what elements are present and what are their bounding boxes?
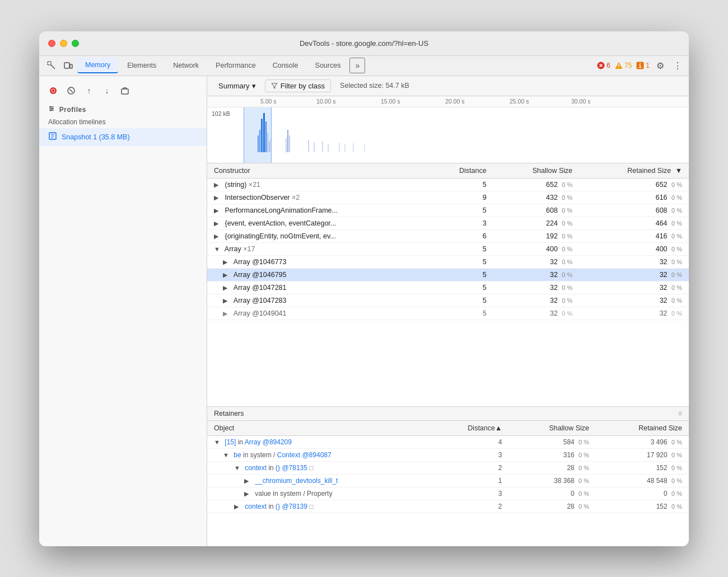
title-bar: DevTools - store.google.com/?hl=en-US [39,31,689,56]
timeline-labels: 5.00 s 10.00 s 15.00 s 20.00 s 25.00 s 3… [207,96,689,107]
svg-rect-45 [328,144,329,152]
settings-icon[interactable]: ⚙ [654,58,666,73]
expand-icon[interactable]: ▶ [214,194,221,201]
snapshot-label: Snapshot 1 (35.8 MB) [62,133,130,141]
top-table-section[interactable]: Constructor Distance Shallow Size Retain… [207,163,689,406]
device-toggle-icon[interactable] [60,58,76,73]
col-retained-ret[interactable]: Retained Size [596,421,689,436]
expand-icon[interactable]: ▼ [234,465,241,471]
tab-console[interactable]: Console [265,58,306,73]
col-constructor[interactable]: Constructor [207,163,428,179]
svg-rect-50 [258,135,259,152]
expand-icon[interactable]: ▶ [214,233,221,240]
expand-icon[interactable]: ▶ [244,477,251,485]
expand-icon[interactable]: ▶ [214,220,221,227]
table-row[interactable]: ▶ (string) ×21 5 652 0 % 652 0 % [207,178,689,191]
constructor-table: Constructor Distance Shallow Size Retain… [207,163,689,320]
snapshot-item[interactable]: Snapshot 1 (35.8 MB) [39,128,207,146]
table-row[interactable]: ▶ {event, eventAction, eventCategor... 3… [207,217,689,229]
tab-performance[interactable]: Performance [208,58,264,73]
expand-icon[interactable]: ▶ [214,207,221,214]
table-row-selected[interactable]: ▶ Array @1046795 5 32 0 % 32 0 % [207,268,689,281]
filter-button[interactable]: Filter by class [265,79,331,92]
tab-memory[interactable]: Memory [77,58,118,73]
retainer-row[interactable]: ▼ context in () @78135 □ 2 28 0 % 152 0 … [207,461,689,474]
table-row[interactable]: ▶ IntersectionObserver ×2 9 432 0 % 616 … [207,191,689,204]
svg-rect-40 [287,130,288,152]
col-retained[interactable]: Retained Size ▼ [579,163,689,179]
table-row[interactable]: ▶ Array @1047283 5 32 0 % 32 0 % [207,294,689,307]
col-shallow[interactable]: Shallow Size [493,163,580,179]
expand-icon[interactable]: ▶ [223,310,230,317]
table-row[interactable]: ▶ {originatingEntity, noGtmEvent, ev... … [207,229,689,242]
tab-icons-right: 6 75 i 1 ⚙ [597,58,684,73]
col-shallow-ret[interactable]: Shallow Size [508,421,596,436]
error-count: 6 [606,62,610,69]
col-distance-asc[interactable]: Distance▲ [431,421,509,436]
col-distance[interactable]: Distance [428,163,493,179]
upload-button[interactable]: ↑ [82,83,96,98]
bar-chart [241,107,689,163]
expand-icon[interactable]: ▶ [223,284,230,292]
retainer-row[interactable]: ▶ value in system / Property 3 0 0 % 0 0… [207,487,689,500]
expand-icon[interactable]: ▼ [223,452,230,458]
time-label-5: 25.00 s [510,98,529,105]
expand-icon[interactable]: ▼ [214,439,221,445]
expand-icon[interactable]: ▶ [223,297,230,304]
expand-icon[interactable]: ▶ [244,490,251,498]
table-row[interactable]: ▼ Array ×17 5 400 0 % 400 0 % [207,242,689,255]
table-row[interactable]: ▶ Array @1047281 5 32 0 % 32 0 % [207,281,689,294]
download-button[interactable]: ↓ [100,83,114,98]
retainers-table-wrapper[interactable]: Object Distance▲ Shallow Size Retained S… [207,421,689,546]
info-count: 1 [646,62,650,69]
table-row[interactable]: ▶ Array @1046773 5 32 0 % 32 0 % [207,255,689,268]
expand-icon[interactable]: ▶ [223,271,230,279]
svg-rect-53 [263,113,265,152]
svg-point-23 [50,106,52,107]
clear-button[interactable] [118,83,132,98]
inspect-icon[interactable] [44,58,59,73]
expand-icon[interactable]: ▶ [214,181,221,189]
svg-rect-39 [286,138,287,152]
retainer-row[interactable]: ▼ be in system / Context @894087 3 316 0… [207,448,689,461]
filter-icon [271,82,278,89]
time-label-3: 15.00 s [381,98,400,105]
more-icon[interactable]: ⋮ [671,58,684,73]
info-badge[interactable]: i 1 [636,62,650,69]
tab-sources[interactable]: Sources [307,58,349,73]
expand-icon[interactable]: ▼ [214,246,221,252]
time-label-6: 30.00 s [571,98,590,105]
retainer-row[interactable]: ▶ context in () @78139 □ 2 28 0 % 152 0 … [207,500,689,513]
table-row[interactable]: ▶ PerformanceLongAnimationFrame... 5 608… [207,204,689,217]
error-badge[interactable]: 6 [597,62,610,69]
retainer-row[interactable]: ▶ __chromium_devtools_kill_t 1 38 368 0 … [207,474,689,487]
tab-more[interactable]: » [349,58,365,73]
svg-rect-48 [353,143,354,152]
svg-point-13 [52,89,55,92]
svg-rect-43 [314,142,315,152]
expand-icon[interactable]: ▶ [234,503,241,510]
svg-rect-16 [122,89,128,94]
stop-button[interactable] [64,83,78,98]
expand-icon[interactable]: ▶ [223,259,230,266]
traffic-lights [48,40,79,47]
minimize-button[interactable] [60,40,67,47]
svg-line-15 [69,89,73,92]
tab-network[interactable]: Network [165,58,207,73]
summary-dropdown[interactable]: Summary ▾ [214,80,260,92]
tab-elements[interactable]: Elements [119,58,164,73]
chart-area[interactable]: 5.00 s 10.00 s 15.00 s 20.00 s 25.00 s 3… [207,96,689,163]
record-button[interactable] [46,83,60,98]
retainer-row[interactable]: ▼ [15] in Array @894209 4 584 0 % 3 496 … [207,435,689,448]
close-button[interactable] [48,40,55,47]
warning-badge[interactable]: 75 [615,62,632,69]
main-content: ↑ ↓ [39,76,689,546]
svg-rect-46 [339,143,340,152]
table-row[interactable]: ▶ Array @1049041 5 32 0 % 32 0 % [207,307,689,320]
time-label-2: 10.00 s [316,98,335,105]
col-object[interactable]: Object [207,421,431,436]
svg-rect-0 [48,62,51,65]
snapshot-icon [48,132,57,143]
maximize-button[interactable] [72,40,79,47]
error-icon [597,62,605,69]
